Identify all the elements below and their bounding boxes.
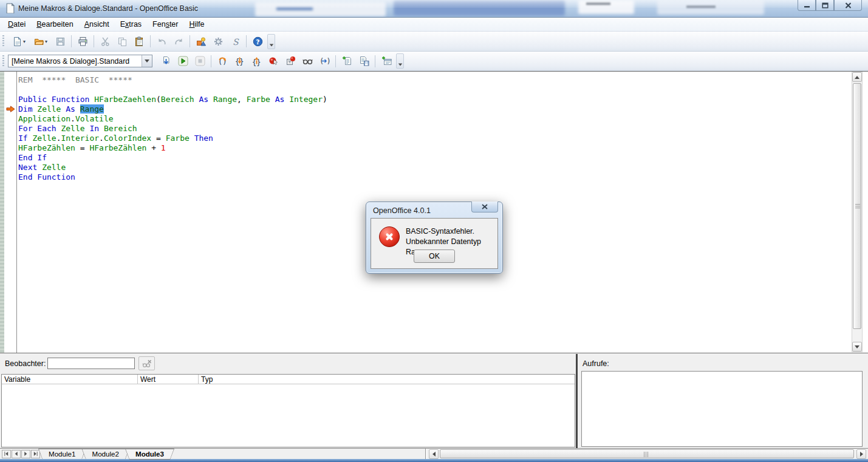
next-tab-button[interactable] bbox=[21, 450, 30, 458]
settings-icon bbox=[213, 36, 224, 47]
watch-input[interactable] bbox=[47, 358, 135, 369]
horizontal-scrollbar-thumb[interactable] bbox=[440, 449, 854, 458]
first-tab-button[interactable] bbox=[2, 450, 11, 458]
watch-button[interactable] bbox=[299, 53, 315, 69]
watch-table: VariableWertTyp bbox=[1, 374, 575, 447]
bottom-horizontal-scrollbar[interactable] bbox=[429, 449, 866, 459]
gallery-button[interactable] bbox=[193, 34, 209, 49]
toolbar-separator bbox=[71, 35, 72, 47]
previous-tab-button[interactable] bbox=[12, 450, 21, 458]
code-token: Zelle bbox=[61, 124, 84, 133]
ok-button[interactable]: OK bbox=[414, 250, 455, 263]
code-token: Farbe bbox=[247, 95, 270, 104]
paste-button[interactable] bbox=[131, 34, 147, 49]
code-token: ( bbox=[156, 95, 161, 104]
compile-button[interactable] bbox=[158, 53, 174, 69]
scroll-up-button[interactable] bbox=[852, 72, 862, 82]
maximize-button[interactable] bbox=[816, 0, 834, 11]
menu-bearbeiten[interactable]: Bearbeiten bbox=[31, 18, 78, 30]
titlebar[interactable]: Meine Makros & Dialoge.Standard - OpenOf… bbox=[0, 0, 868, 18]
close-icon bbox=[482, 204, 488, 209]
dropdown-arrow-icon[interactable]: ▾ bbox=[45, 39, 47, 44]
toolbar-grip[interactable] bbox=[2, 35, 4, 47]
step-into-button[interactable]: {} bbox=[231, 53, 247, 69]
help-button[interactable]: ? bbox=[250, 34, 265, 49]
toolbar-separator bbox=[150, 35, 151, 47]
code-line[interactable] bbox=[18, 85, 850, 95]
code-token: ColorIndex bbox=[104, 134, 151, 143]
scroll-down-button[interactable] bbox=[852, 342, 862, 352]
step-over-icon: () bbox=[217, 56, 228, 66]
find-parentheses-button[interactable]: () bbox=[316, 53, 332, 69]
panel-splitter[interactable] bbox=[576, 354, 578, 448]
error-icon bbox=[379, 226, 400, 247]
toolbar-overflow-button[interactable] bbox=[396, 53, 404, 69]
toolbar-separator bbox=[94, 35, 94, 47]
macros-button[interactable]: S bbox=[227, 34, 243, 49]
menu-datei[interactable]: Datei bbox=[2, 18, 31, 30]
toolbar-overflow-button[interactable] bbox=[267, 34, 275, 49]
import-dialog-button[interactable] bbox=[378, 53, 394, 69]
step-out-button[interactable]: {} bbox=[248, 53, 264, 69]
chevron-down-icon bbox=[269, 44, 273, 46]
chevron-down-icon bbox=[398, 64, 402, 66]
call-stack-list[interactable] bbox=[581, 371, 863, 447]
menu-extras[interactable]: Extras bbox=[115, 18, 147, 30]
cut-button bbox=[97, 34, 113, 49]
breakpoint-button[interactable] bbox=[265, 53, 281, 69]
svg-text:): ) bbox=[326, 57, 330, 66]
tab-module2[interactable]: Module2 bbox=[81, 449, 129, 460]
save-source-button[interactable] bbox=[356, 53, 372, 69]
code-line[interactable]: Application.Volatile bbox=[18, 114, 850, 124]
code-token: Public Function bbox=[18, 95, 94, 104]
menu-hilfe[interactable]: Hilfe bbox=[183, 18, 210, 30]
dialog-title[interactable]: OpenOffice 4.0.1 bbox=[373, 206, 431, 215]
column-header-variable: Variable bbox=[2, 375, 138, 384]
watch-label: Beobachter: bbox=[5, 359, 46, 368]
manage-breakpoints-button[interactable] bbox=[282, 53, 298, 69]
new-document-button[interactable]: ▾ bbox=[9, 34, 29, 49]
code-line[interactable]: HFarbeZählen = HFarbeZählen + 1 bbox=[18, 143, 850, 153]
code-line[interactable]: If Zelle.Interior.ColorIndex = Farbe The… bbox=[18, 134, 850, 143]
selected-text: Range bbox=[80, 104, 104, 114]
minimize-button[interactable] bbox=[798, 0, 816, 11]
toolbar-grip[interactable] bbox=[2, 55, 4, 67]
close-button[interactable] bbox=[834, 0, 862, 11]
breakpoint-gutter[interactable] bbox=[4, 72, 17, 353]
run-button[interactable] bbox=[175, 53, 191, 69]
menubar: DateiBearbeitenAnsichtExtrasFensterHilfe bbox=[0, 18, 868, 32]
scroll-right-button[interactable] bbox=[856, 449, 866, 459]
dialog-close-button[interactable] bbox=[471, 202, 498, 212]
scroll-left-button[interactable] bbox=[429, 449, 439, 459]
code-line[interactable]: Public Function HFarbeZaehlen(Bereich As… bbox=[18, 95, 850, 104]
tabbar-splitter[interactable] bbox=[425, 449, 427, 460]
remove-watch-button bbox=[138, 356, 155, 370]
code-token: Bereich bbox=[161, 95, 194, 104]
tab-module3[interactable]: Module3 bbox=[125, 449, 174, 460]
code-line[interactable]: For Each Zelle In Bereich bbox=[18, 124, 850, 134]
settings-button[interactable] bbox=[210, 34, 226, 49]
code-line[interactable]: End If bbox=[18, 153, 850, 163]
step-over-button[interactable]: () bbox=[214, 53, 230, 69]
open-folder-button[interactable]: ▾ bbox=[30, 34, 51, 49]
vertical-scrollbar-thumb[interactable] bbox=[853, 83, 861, 329]
library-combobox[interactable]: [Meine Makros & Dialoge].Standard bbox=[8, 55, 152, 67]
code-line[interactable]: Dim Zelle As Range bbox=[18, 104, 850, 114]
dropdown-arrow-icon[interactable]: ▾ bbox=[23, 39, 26, 44]
menu-fenster[interactable]: Fenster bbox=[147, 18, 183, 30]
code-line[interactable]: Next Zelle bbox=[18, 163, 850, 172]
insert-source-button[interactable] bbox=[339, 53, 355, 69]
tab-module1[interactable]: Module1 bbox=[38, 449, 86, 460]
new-document-icon bbox=[12, 36, 22, 47]
remove-watch-icon bbox=[142, 359, 152, 369]
redo-button bbox=[171, 34, 186, 49]
editor-vertical-scrollbar[interactable] bbox=[852, 72, 863, 352]
menu-ansicht[interactable]: Ansicht bbox=[79, 18, 115, 30]
dialog-message-line1: BASIC-Syntaxfehler. bbox=[406, 226, 497, 237]
code-line[interactable]: REM ***** BASIC ***** bbox=[18, 75, 850, 85]
last-tab-button[interactable] bbox=[31, 450, 40, 458]
print-button[interactable] bbox=[75, 34, 91, 49]
calls-label: Aufrufe: bbox=[583, 359, 609, 368]
code-line[interactable]: End Function bbox=[18, 172, 850, 182]
combobox-dropdown-button[interactable] bbox=[142, 55, 152, 67]
